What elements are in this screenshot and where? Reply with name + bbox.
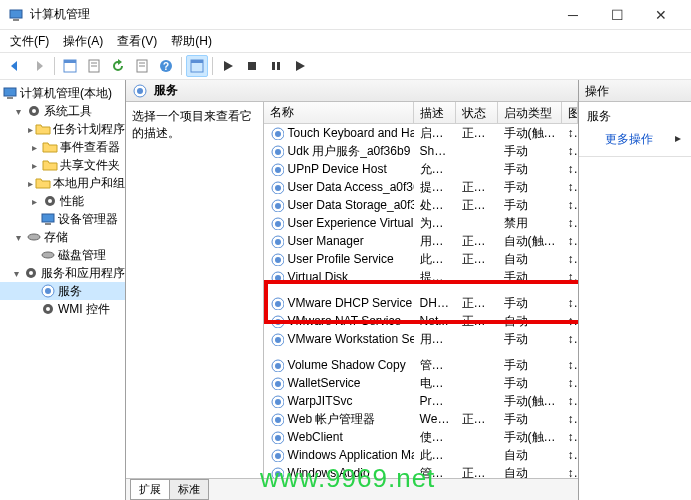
service-row[interactable]: User Experience Virtualizat...为应...禁用↕ xyxy=(264,214,578,232)
tree-disk-mgmt[interactable]: 磁盘管理 xyxy=(0,246,125,264)
minimize-button[interactable]: ─ xyxy=(551,0,595,30)
tree-performance[interactable]: ▸性能 xyxy=(0,192,125,210)
help-button[interactable] xyxy=(155,55,177,77)
service-status: 正在... xyxy=(456,411,498,428)
view-mode-button[interactable] xyxy=(186,55,208,77)
service-startup: 自动 xyxy=(498,465,562,479)
pause-service-button[interactable] xyxy=(265,55,287,77)
service-logon: ↕ xyxy=(562,270,578,284)
refresh-button[interactable] xyxy=(107,55,129,77)
col-startup[interactable]: 启动类型 xyxy=(498,102,562,123)
nav-tree[interactable]: 计算机管理(本地) ▾系统工具 ▸任务计划程序 ▸事件查看器 ▸共享文件夹 ▸本… xyxy=(0,80,126,500)
service-startup: 手动 xyxy=(498,331,562,348)
tab-extended[interactable]: 扩展 xyxy=(130,479,170,500)
tree-system-tools[interactable]: ▾系统工具 xyxy=(0,102,125,120)
service-logon: ↕ xyxy=(562,314,578,328)
service-startup: 手动 xyxy=(498,375,562,392)
service-logon: ↕ xyxy=(562,358,578,372)
service-row[interactable]: Virtual Disk提供...手动↕ xyxy=(264,268,578,286)
service-desc: 提供... xyxy=(414,269,456,286)
tree-event-viewer[interactable]: ▸事件查看器 xyxy=(0,138,125,156)
service-icon xyxy=(270,162,284,176)
restart-service-button[interactable] xyxy=(289,55,311,77)
service-row[interactable]: VMware DHCP ServiceDHC...正在...手动↕ xyxy=(264,294,578,312)
col-logon[interactable]: 图 xyxy=(562,102,578,123)
show-hide-tree-button[interactable] xyxy=(59,55,81,77)
service-desc: 提供... xyxy=(414,179,456,196)
service-startup: 禁用 xyxy=(498,215,562,232)
col-status[interactable]: 状态 xyxy=(456,102,498,123)
menu-action[interactable]: 操作(A) xyxy=(57,31,109,52)
export-button[interactable] xyxy=(131,55,153,77)
service-row[interactable]: Windows Audio管理...正在...自动↕ xyxy=(264,464,578,478)
service-name: Virtual Disk xyxy=(288,270,348,284)
menu-help[interactable]: 帮助(H) xyxy=(165,31,218,52)
services-list[interactable]: 名称 描述 状态 启动类型 图 Touch Keyboard and Hand.… xyxy=(264,102,578,478)
menubar: 文件(F) 操作(A) 查看(V) 帮助(H) xyxy=(0,30,691,52)
service-row[interactable]: WalletService电子...手动↕ xyxy=(264,374,578,392)
service-name: WarpJITSvc xyxy=(288,394,353,408)
col-name[interactable]: 名称 xyxy=(264,102,414,123)
list-header[interactable]: 名称 描述 状态 启动类型 图 xyxy=(264,102,578,124)
service-row[interactable]: Udk 用户服务_a0f36b9Shell...手动↕ xyxy=(264,142,578,160)
service-desc: 为应... xyxy=(414,215,456,232)
service-logon: ↕ xyxy=(562,394,578,408)
app-icon xyxy=(8,7,24,23)
actions-header: 操作 xyxy=(579,80,691,102)
service-row[interactable]: Volume Shadow Copy管理...手动↕ xyxy=(264,356,578,374)
service-desc: 管理... xyxy=(414,357,456,374)
tree-task-scheduler[interactable]: ▸任务计划程序 xyxy=(0,120,125,138)
service-name: User Data Storage_a0f36b9 xyxy=(288,198,414,212)
service-status: 正在... xyxy=(456,179,498,196)
service-row[interactable]: User Data Storage_a0f36b9处理...正在...手动↕ xyxy=(264,196,578,214)
service-row[interactable]: Windows Application Mana...此服...自动↕ xyxy=(264,446,578,464)
service-row[interactable]: User Profile Service此服...正在...自动↕ xyxy=(264,250,578,268)
stop-service-button[interactable] xyxy=(241,55,263,77)
toolbar xyxy=(0,52,691,80)
tree-services[interactable]: 服务 xyxy=(0,282,125,300)
service-icon xyxy=(270,394,284,408)
service-startup: 手动 xyxy=(498,295,562,312)
service-logon: ↕ xyxy=(562,198,578,212)
start-service-button[interactable] xyxy=(217,55,239,77)
back-button[interactable] xyxy=(4,55,26,77)
service-row[interactable]: UPnP Device Host允许...手动↕ xyxy=(264,160,578,178)
maximize-button[interactable]: ☐ xyxy=(595,0,639,30)
properties-button[interactable] xyxy=(83,55,105,77)
service-name: User Profile Service xyxy=(288,252,394,266)
service-row[interactable]: VMware Workstation Server用于...手动↕ xyxy=(264,330,578,348)
actions-more[interactable]: 更多操作▸ xyxy=(587,127,683,152)
service-status: 正在... xyxy=(456,233,498,250)
tree-root[interactable]: 计算机管理(本地) xyxy=(0,84,125,102)
service-desc: 用户... xyxy=(414,233,456,250)
service-desc: 使基... xyxy=(414,429,456,446)
tree-local-users[interactable]: ▸本地用户和组 xyxy=(0,174,125,192)
service-desc: 管理... xyxy=(414,465,456,479)
service-startup: 手动(触发... xyxy=(498,429,562,446)
service-logon: ↕ xyxy=(562,466,578,478)
col-desc[interactable]: 描述 xyxy=(414,102,456,123)
close-button[interactable]: ✕ xyxy=(639,0,683,30)
service-icon xyxy=(270,180,284,194)
service-row[interactable]: User Manager用户...正在...自动(触发...↕ xyxy=(264,232,578,250)
tree-shared-folders[interactable]: ▸共享文件夹 xyxy=(0,156,125,174)
tree-device-manager[interactable]: 设备管理器 xyxy=(0,210,125,228)
actions-pane: 操作 服务 更多操作▸ xyxy=(579,80,691,500)
service-logon: ↕ xyxy=(562,448,578,462)
service-row[interactable]: Web 帐户管理器Web...正在...手动↕ xyxy=(264,410,578,428)
tab-standard[interactable]: 标准 xyxy=(169,479,209,500)
service-row[interactable]: WebClient使基...手动(触发...↕ xyxy=(264,428,578,446)
tree-storage[interactable]: ▾存储 xyxy=(0,228,125,246)
service-startup: 手动 xyxy=(498,269,562,286)
service-row[interactable]: Touch Keyboard and Hand...启用...正在...手动(触… xyxy=(264,124,578,142)
tree-wmi[interactable]: WMI 控件 xyxy=(0,300,125,318)
service-icon xyxy=(270,234,284,248)
menu-file[interactable]: 文件(F) xyxy=(4,31,55,52)
menu-view[interactable]: 查看(V) xyxy=(111,31,163,52)
service-desc: 此服... xyxy=(414,251,456,268)
service-row[interactable]: WarpJITSvcProvi...手动(触发...↕ xyxy=(264,392,578,410)
tree-services-apps[interactable]: ▾服务和应用程序 xyxy=(0,264,125,282)
service-row[interactable]: VMware NAT ServiceNet...正在...自动↕ xyxy=(264,312,578,330)
service-row[interactable]: User Data Access_a0f36b9提供...正在...手动↕ xyxy=(264,178,578,196)
forward-button[interactable] xyxy=(28,55,50,77)
